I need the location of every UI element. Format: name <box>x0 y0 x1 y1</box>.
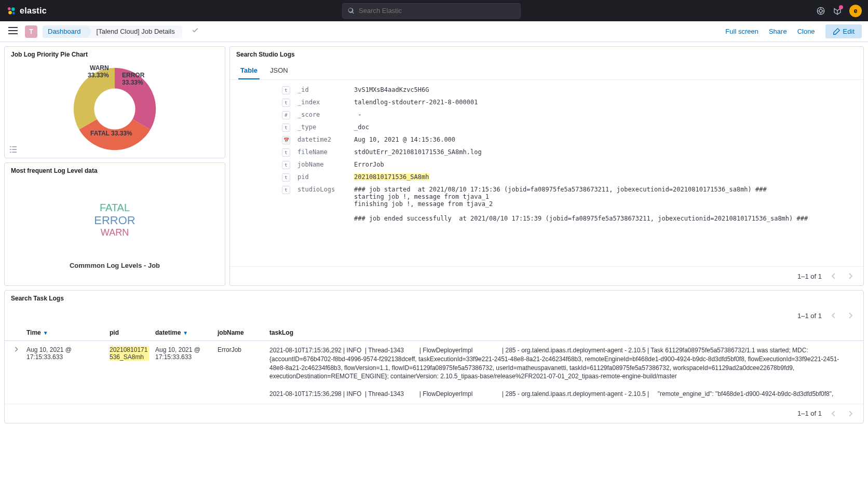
pager-next-button[interactable] <box>845 309 857 322</box>
field-value-studiologs: ### job started at 2021/08/10 17:15:36 (… <box>354 186 853 222</box>
field-type-icon: # <box>282 111 290 119</box>
nav-toggle-button[interactable] <box>6 25 20 38</box>
studio-logs-panel: Search Studio Logs Table JSON t_id3vS1MX… <box>229 46 864 286</box>
sort-desc-icon: ▼ <box>183 330 188 336</box>
elastic-logo[interactable]: elastic <box>6 6 47 16</box>
field-value-jobname: ErrorJob <box>354 161 853 168</box>
field-type-icon: t <box>282 86 290 94</box>
col-header-tasklog[interactable]: taskLog <box>266 329 857 336</box>
pie-pct-error: 33.33% <box>122 79 143 86</box>
search-input[interactable] <box>359 7 515 15</box>
tab-table[interactable]: Table <box>238 62 260 79</box>
col-header-pid[interactable]: pid <box>106 329 152 336</box>
svg-rect-10 <box>12 146 17 147</box>
pager-prev-button[interactable] <box>827 309 839 322</box>
cell-datetime: Aug 10, 2021 @ 17:15:33.633 <box>152 346 214 361</box>
clone-link[interactable]: Clone <box>797 28 815 35</box>
newsfeed-icon[interactable] <box>833 6 842 16</box>
pager-prev-button[interactable] <box>827 270 839 282</box>
svg-rect-7 <box>8 30 18 31</box>
pie-pct-fatal: 33.33% <box>111 130 132 137</box>
tag-error[interactable]: ERROR <box>94 214 135 227</box>
pager-text: 1–1 of 1 <box>797 272 822 280</box>
breadcrumb-current: [Talend Cloud] Job Details <box>88 25 182 38</box>
svg-rect-8 <box>8 33 18 34</box>
pie-pct-warn: 33.33% <box>88 72 109 79</box>
user-avatar[interactable]: e <box>849 5 862 17</box>
panel-title: Search Task Logs <box>5 291 863 306</box>
breadcrumb-dashboard[interactable]: Dashboard <box>43 25 88 38</box>
help-icon[interactable] <box>816 6 825 16</box>
sort-desc-icon: ▼ <box>43 330 48 336</box>
svg-rect-14 <box>12 152 17 153</box>
pager-text: 1–1 of 1 <box>797 409 822 417</box>
edit-label: Edit <box>843 28 855 35</box>
notification-dot <box>839 5 843 9</box>
sub-header: T Dashboard [Talend Cloud] Job Details F… <box>0 21 868 42</box>
pencil-icon <box>833 28 840 35</box>
field-type-icon: t <box>282 148 290 157</box>
task-pager-bottom: 1–1 of 1 <box>5 404 863 423</box>
field-type-icon: t <box>282 161 290 169</box>
top-bar: elastic e <box>0 0 868 21</box>
svg-rect-9 <box>10 146 11 147</box>
edit-button[interactable]: Edit <box>825 24 862 38</box>
col-header-time[interactable]: Time▼ <box>23 329 106 336</box>
studio-pager: 1–1 of 1 <box>230 266 863 285</box>
field-value-id: 3vS1MXsB4aadKzvc5H6G <box>354 86 853 93</box>
field-value-filename: stdOutErr_20210810171536_SA8mh.log <box>354 148 853 156</box>
field-value-pid: 20210810171536_SA8mh <box>354 173 853 181</box>
field-type-icon: t <box>282 124 290 132</box>
svg-rect-13 <box>10 152 11 153</box>
legend-toggle-icon[interactable] <box>10 146 17 155</box>
field-type-icon: t <box>282 99 290 107</box>
cell-pid: 20210810171536_SA8mh <box>106 346 152 361</box>
tab-json[interactable]: JSON <box>268 62 290 79</box>
panel-title: Search Studio Logs <box>230 47 863 62</box>
fullscreen-link[interactable]: Full screen <box>725 28 758 35</box>
panel-title: Most frequent Log Level data <box>5 163 225 179</box>
svg-point-0 <box>8 7 11 10</box>
document-fields: t_id3vS1MXsB4aadKzvc5H6G t_indextalendlo… <box>230 80 863 266</box>
brand-text: elastic <box>20 6 47 16</box>
task-pager-top: 1–1 of 1 <box>5 306 863 325</box>
svg-point-5 <box>819 9 822 12</box>
tag-cloud-subtitle: Commmon Log Levels - Job <box>5 262 225 275</box>
pie-chart[interactable] <box>68 62 161 156</box>
svg-point-1 <box>11 7 15 11</box>
field-type-icon: t <box>282 173 290 182</box>
field-value-datetime2: Aug 10, 2021 @ 14:15:36.000 <box>354 136 853 143</box>
field-type-date-icon: 📅 <box>282 136 290 144</box>
svg-rect-11 <box>10 149 11 150</box>
col-header-jobname[interactable]: jobName <box>214 329 266 336</box>
task-logs-panel: Search Task Logs 1–1 of 1 Time▼ pid date… <box>4 290 864 423</box>
field-value-score: - <box>354 111 853 118</box>
pager-next-button[interactable] <box>845 407 857 420</box>
tag-cloud-panel: Most frequent Log Level data FATAL ERROR… <box>4 162 225 286</box>
pager-prev-button[interactable] <box>827 407 839 420</box>
cell-tasklog: 2021-08-10T17:15:36,292 | INFO | Thread-… <box>266 346 857 399</box>
pie-chart-panel: Job Log Priority Pie Chart WARN 33.33% E… <box>4 46 225 158</box>
pager-next-button[interactable] <box>845 270 857 282</box>
tag-warn[interactable]: WARN <box>101 227 129 238</box>
check-icon[interactable] <box>192 27 199 36</box>
search-icon <box>348 7 355 15</box>
space-selector[interactable]: T <box>25 25 37 38</box>
svg-point-3 <box>12 11 15 14</box>
col-header-datetime[interactable]: datetime▼ <box>152 329 214 336</box>
global-search[interactable] <box>342 3 521 19</box>
share-link[interactable]: Share <box>769 28 787 35</box>
tag-fatal[interactable]: FATAL <box>100 202 130 214</box>
cell-time: Aug 10, 2021 @ 17:15:33.633 <box>23 346 106 361</box>
field-type-icon: t <box>282 186 290 194</box>
pager-text: 1–1 of 1 <box>797 312 822 320</box>
panel-title: Job Log Priority Pie Chart <box>5 47 225 62</box>
expand-row-button[interactable] <box>14 346 19 353</box>
table-row: Aug 10, 2021 @ 17:15:33.633 202108101715… <box>5 341 863 404</box>
pie-label-fatal: FATAL <box>90 130 110 137</box>
field-value-type: _doc <box>354 124 853 131</box>
svg-rect-12 <box>12 149 17 150</box>
pie-label-warn: WARN <box>90 64 109 72</box>
cell-jobname: ErrorJob <box>214 346 266 353</box>
field-value-index: talendlog-stdouterr-2021-8-000001 <box>354 99 853 106</box>
